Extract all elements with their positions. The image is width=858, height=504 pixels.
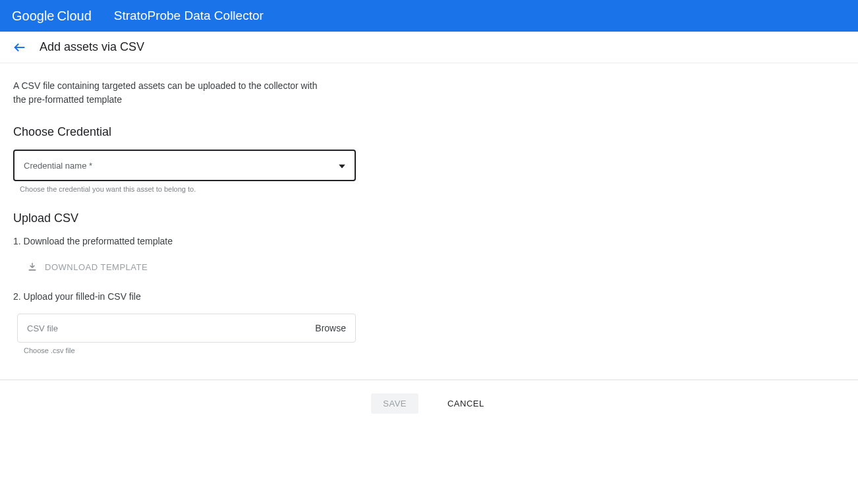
page-title: Add assets via CSV xyxy=(40,40,144,54)
cancel-button[interactable]: CANCEL xyxy=(445,393,487,414)
download-icon xyxy=(26,261,38,273)
credential-name-label: Credential name * xyxy=(24,161,92,171)
back-button[interactable] xyxy=(12,40,28,55)
csv-file-input[interactable]: CSV file Browse xyxy=(17,314,356,343)
google-cloud-logo[interactable]: Google Cloud xyxy=(12,9,92,24)
logo-light-text: Cloud xyxy=(57,9,92,24)
credential-name-select[interactable]: Credential name * xyxy=(13,150,356,181)
footer-action-bar: SAVE CANCEL xyxy=(0,379,858,427)
product-name: StratoProbe Data Collector xyxy=(114,9,264,23)
page-subheader: Add assets via CSV xyxy=(0,32,858,63)
chevron-down-icon xyxy=(339,161,345,171)
save-button[interactable]: SAVE xyxy=(371,393,418,414)
download-template-button[interactable]: DOWNLOAD TEMPLATE xyxy=(26,258,148,275)
credential-select-wrapper: Credential name * xyxy=(13,150,356,181)
csv-file-helper: Choose .csv file xyxy=(24,347,356,354)
top-header: Google Cloud StratoProbe Data Collector xyxy=(0,0,858,32)
browse-button[interactable]: Browse xyxy=(315,323,346,333)
upload-step-1: 1. Download the preformatted template xyxy=(13,236,356,246)
main-content: A CSV file containing targeted assets ca… xyxy=(0,63,369,354)
credential-helper-text: Choose the credential you want this asse… xyxy=(20,185,356,193)
csv-file-placeholder: CSV file xyxy=(27,323,58,333)
logo-bold-text: Google xyxy=(12,9,55,24)
intro-text: A CSV file containing targeted assets ca… xyxy=(13,79,329,107)
upload-step-2: 2. Upload your filled-in CSV file xyxy=(13,291,356,302)
upload-csv-heading: Upload CSV xyxy=(13,211,356,225)
choose-credential-heading: Choose Credential xyxy=(13,125,356,139)
svg-rect-1 xyxy=(29,269,36,271)
arrow-left-icon xyxy=(13,40,27,55)
download-template-label: DOWNLOAD TEMPLATE xyxy=(45,262,148,272)
